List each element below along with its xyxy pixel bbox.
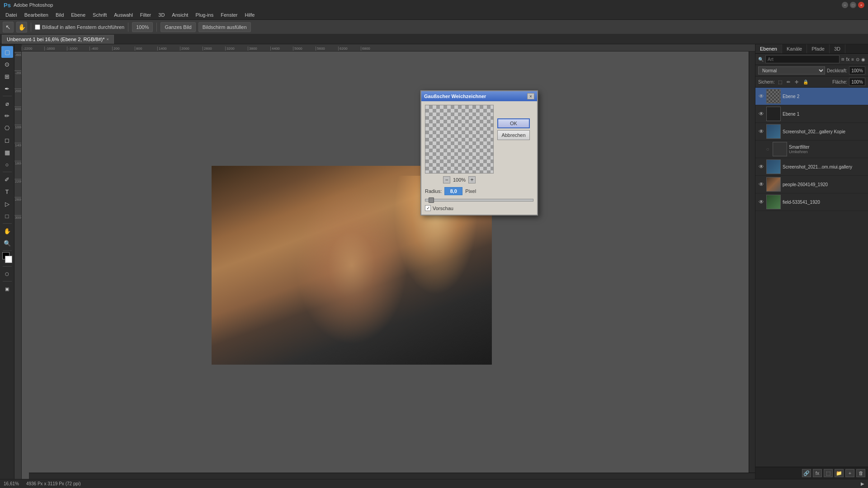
layer-visibility-screenshot2021[interactable]: 👁 bbox=[758, 164, 764, 170]
canvas-scrollbar-vertical[interactable] bbox=[749, 52, 755, 473]
lock-transparent-button[interactable]: ⬚ bbox=[777, 79, 783, 85]
layer-item-field[interactable]: 👁 field-533541_1920 bbox=[755, 193, 868, 211]
filter-mode-icon[interactable]: ≡ bbox=[851, 57, 854, 62]
layer-item-ebene2[interactable]: 👁 Ebene 2 bbox=[755, 88, 868, 105]
ruler-tick: 5600 bbox=[316, 47, 338, 51]
menu-bearbeiten[interactable]: Bearbeiten bbox=[21, 11, 52, 19]
zoom-tool[interactable]: 🔍 bbox=[1, 237, 13, 249]
cancel-button[interactable]: Abbrechen bbox=[497, 130, 530, 140]
layer-visibility-smartfilter[interactable]: ○ bbox=[764, 146, 771, 152]
filter-type-icon[interactable]: ⧆ bbox=[841, 56, 844, 62]
delete-layer-button[interactable]: 🗑 bbox=[856, 469, 865, 477]
zoom-out-preview-button[interactable]: − bbox=[443, 176, 450, 183]
maximize-button[interactable]: □ bbox=[850, 2, 856, 8]
menu-datei[interactable]: Datei bbox=[2, 11, 21, 19]
tab-kanaele[interactable]: Kanäle bbox=[782, 44, 807, 53]
fill-screen-button[interactable]: Bildschirm ausfüllen bbox=[198, 22, 251, 32]
fit-screen-button[interactable]: Ganzes Bild bbox=[160, 22, 195, 32]
fill-input[interactable] bbox=[849, 78, 865, 86]
new-group-button[interactable]: 📁 bbox=[835, 469, 844, 477]
filter-color-icon[interactable]: ◉ bbox=[861, 57, 865, 62]
lock-position-button[interactable]: ✛ bbox=[793, 79, 800, 85]
layer-visibility-people[interactable]: 👁 bbox=[758, 181, 764, 188]
ruler-v-tick: 2200 bbox=[14, 179, 21, 197]
menu-fenster[interactable]: Fenster bbox=[217, 11, 241, 19]
canvas-scrollbar-horizontal[interactable] bbox=[29, 473, 755, 479]
filter-attr-icon[interactable]: ⊙ bbox=[856, 57, 859, 62]
filter-effect-icon[interactable]: fx bbox=[846, 57, 849, 62]
lasso-tool[interactable]: ⊙ bbox=[1, 58, 13, 70]
browse-all-windows-check[interactable] bbox=[35, 24, 40, 30]
shape-tool[interactable]: □ bbox=[1, 210, 13, 222]
hand-tool[interactable]: ✋ bbox=[16, 22, 27, 33]
menu-3d[interactable]: 3D bbox=[155, 11, 168, 19]
layer-item-screenshot2021[interactable]: 👁 Screenshot_2021...om.miui.gallery bbox=[755, 158, 868, 176]
layer-item-ebene1[interactable]: 👁 Ebene 1 bbox=[755, 105, 868, 123]
layers-search-input[interactable] bbox=[765, 55, 840, 63]
ok-button[interactable]: OK bbox=[497, 118, 530, 128]
titlebar: Ps Adobe Photoshop − □ × bbox=[0, 0, 868, 10]
ruler-v-tick: 2600 bbox=[14, 197, 21, 215]
eyedropper-tool[interactable]: ✒ bbox=[1, 83, 13, 94]
new-layer-button[interactable]: + bbox=[845, 469, 854, 477]
layer-item-smartfilter[interactable]: ○ Smartfilter Umkehren bbox=[755, 141, 868, 158]
quick-mask-tool[interactable]: ⬡ bbox=[1, 268, 13, 280]
dialog-titlebar[interactable]: Gaußscher Weichzeichner × bbox=[421, 91, 537, 101]
layer-visibility-field[interactable]: 👁 bbox=[758, 199, 764, 205]
add-style-button[interactable]: fx bbox=[813, 469, 822, 477]
menu-ebene[interactable]: Ebene bbox=[67, 11, 89, 19]
tab-3d[interactable]: 3D bbox=[830, 44, 845, 53]
menu-ansicht[interactable]: Ansicht bbox=[168, 11, 192, 19]
radius-slider[interactable] bbox=[425, 199, 533, 202]
type-tool[interactable]: T bbox=[1, 186, 13, 197]
dialog-close-button[interactable]: × bbox=[527, 93, 534, 99]
layer-name-smartfilter: Smartfilter bbox=[789, 145, 865, 150]
add-mask-button[interactable]: ⬚ bbox=[824, 469, 833, 477]
radius-input[interactable] bbox=[444, 187, 462, 195]
path-selection-tool[interactable]: ▷ bbox=[1, 198, 13, 210]
lock-pixels-button[interactable]: ✏ bbox=[785, 79, 792, 85]
gaussian-blur-dialog: Gaußscher Weichzeichner × − 100% + OK Ab… bbox=[420, 90, 538, 216]
gradient-tool[interactable]: ▦ bbox=[1, 146, 13, 158]
zoom-level-button[interactable]: 100% bbox=[132, 22, 153, 32]
pen-tool[interactable]: ✐ bbox=[1, 174, 13, 185]
background-color[interactable] bbox=[5, 256, 12, 263]
dialog-content: − 100% + OK Abbrechen bbox=[425, 105, 533, 183]
link-layers-button[interactable]: 🔗 bbox=[802, 469, 811, 477]
crop-tool[interactable]: ⊞ bbox=[1, 70, 13, 82]
document-tab[interactable]: Unbenannt-1 bei 16,6% (Ebene 2, RGB/8#)*… bbox=[2, 35, 114, 44]
menu-filter[interactable]: Filter bbox=[137, 11, 155, 19]
menu-bild[interactable]: Bild bbox=[52, 11, 67, 19]
tab-close-button[interactable]: × bbox=[106, 37, 108, 42]
hand-tool-panel[interactable]: ✋ bbox=[1, 225, 13, 237]
selection-tool[interactable]: ▢ bbox=[1, 46, 13, 58]
dodge-tool[interactable]: ○ bbox=[1, 159, 13, 170]
canvas-area[interactable] bbox=[22, 52, 755, 479]
menu-hilfe[interactable]: Hilfe bbox=[241, 11, 258, 19]
tab-ebenen[interactable]: Ebenen bbox=[755, 44, 782, 53]
menu-auswahl[interactable]: Auswahl bbox=[110, 11, 137, 19]
preview-area[interactable] bbox=[425, 105, 494, 174]
blend-mode-select[interactable]: Normal bbox=[758, 66, 825, 75]
menu-schrift[interactable]: Schrift bbox=[89, 11, 110, 19]
opacity-input[interactable] bbox=[849, 66, 865, 75]
screen-mode-button[interactable]: ▣ bbox=[1, 283, 13, 295]
stamp-tool[interactable]: ⎔ bbox=[1, 122, 13, 134]
brush-tool[interactable]: ✏ bbox=[1, 110, 13, 122]
menu-plugins[interactable]: Plug-ins bbox=[192, 11, 217, 19]
layer-visibility-screenshot-kopie[interactable]: 👁 bbox=[758, 128, 764, 135]
eraser-tool[interactable]: ◻ bbox=[1, 134, 13, 146]
layer-item-screenshot-kopie[interactable]: 👁 Screenshot_202...gallery Kopie bbox=[755, 123, 868, 141]
tab-pfade[interactable]: Pfade bbox=[807, 44, 830, 53]
preview-checkbox[interactable]: ✓ bbox=[425, 205, 431, 211]
layer-item-people[interactable]: 👁 people-2604149_1920 bbox=[755, 176, 868, 193]
zoom-in-preview-button[interactable]: + bbox=[468, 176, 476, 183]
move-tool[interactable]: ↖ bbox=[3, 22, 14, 33]
layer-visibility-ebene1[interactable]: 👁 bbox=[758, 111, 764, 117]
layer-visibility-ebene2[interactable]: 👁 bbox=[758, 93, 764, 99]
healing-brush-tool[interactable]: ⌀ bbox=[1, 98, 13, 109]
tool-separator-6 bbox=[3, 281, 12, 282]
lock-all-button[interactable]: 🔒 bbox=[802, 79, 810, 85]
minimize-button[interactable]: − bbox=[842, 2, 848, 8]
close-button[interactable]: × bbox=[858, 2, 864, 8]
